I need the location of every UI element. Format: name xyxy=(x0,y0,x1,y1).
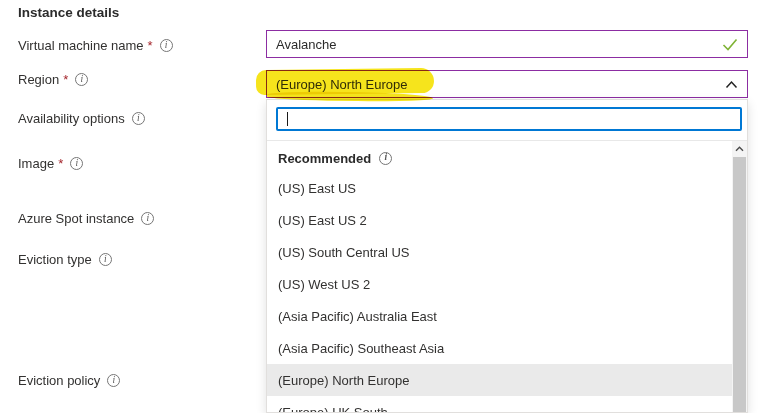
label-eviction-type: Eviction type i xyxy=(18,251,112,268)
chevron-up-icon[interactable] xyxy=(725,80,738,89)
label-text: Virtual machine name xyxy=(18,38,144,53)
region-option-australia-east[interactable]: (Asia Pacific) Australia East xyxy=(267,300,732,332)
label-availability-options: Availability options i xyxy=(18,110,145,127)
info-icon[interactable]: i xyxy=(132,112,145,125)
info-icon[interactable]: i xyxy=(141,212,154,225)
region-option-west-us-2[interactable]: (US) West US 2 xyxy=(267,268,732,300)
label-text: Availability options xyxy=(18,111,125,126)
required-asterisk: * xyxy=(58,156,63,171)
region-dropdown-panel: Recommended i (US) East US (US) East US … xyxy=(266,99,748,413)
info-icon[interactable]: i xyxy=(99,253,112,266)
label-text: Region xyxy=(18,72,59,87)
label-azure-spot-instance: Azure Spot instance i xyxy=(18,210,154,227)
region-search-input[interactable] xyxy=(278,109,740,129)
region-search-box xyxy=(276,107,742,131)
info-icon[interactable]: i xyxy=(70,157,83,170)
label-text: Azure Spot instance xyxy=(18,211,134,226)
virtual-machine-name-field xyxy=(266,30,748,58)
valid-check-icon xyxy=(722,38,738,51)
required-asterisk: * xyxy=(148,38,153,53)
region-option-north-europe[interactable]: (Europe) North Europe xyxy=(267,364,732,396)
label-image: Image * i xyxy=(18,155,83,172)
label-text: Eviction type xyxy=(18,252,92,267)
region-selected-value: (Europe) North Europe xyxy=(276,77,719,92)
label-text: Eviction policy xyxy=(18,373,100,388)
label-region: Region * i xyxy=(18,71,88,88)
label-text: Image xyxy=(18,156,54,171)
dropdown-scrollbar[interactable] xyxy=(732,141,747,412)
info-icon[interactable]: i xyxy=(379,152,392,165)
region-option-southeast-asia[interactable]: (Asia Pacific) Southeast Asia xyxy=(267,332,732,364)
label-virtual-machine-name: Virtual machine name * i xyxy=(18,37,173,54)
label-eviction-policy: Eviction policy i xyxy=(18,372,120,389)
group-header-recommended: Recommended i xyxy=(267,143,732,173)
required-asterisk: * xyxy=(63,72,68,87)
scrollbar-thumb[interactable] xyxy=(733,157,746,412)
info-icon[interactable]: i xyxy=(75,73,88,86)
region-option-list: Recommended i (US) East US (US) East US … xyxy=(267,141,747,412)
text-caret xyxy=(287,112,288,126)
section-heading: Instance details xyxy=(18,5,119,20)
region-option-south-central-us[interactable]: (US) South Central US xyxy=(267,236,732,268)
region-option-uk-south[interactable]: (Europe) UK South xyxy=(267,396,732,412)
info-icon[interactable]: i xyxy=(160,39,173,52)
region-option-east-us[interactable]: (US) East US xyxy=(267,172,732,204)
region-combobox[interactable]: (Europe) North Europe xyxy=(266,70,748,98)
virtual-machine-name-input[interactable] xyxy=(276,37,716,52)
group-header-text: Recommended xyxy=(278,151,371,166)
region-option-east-us-2[interactable]: (US) East US 2 xyxy=(267,204,732,236)
scroll-up-icon[interactable] xyxy=(732,141,747,157)
info-icon[interactable]: i xyxy=(107,374,120,387)
